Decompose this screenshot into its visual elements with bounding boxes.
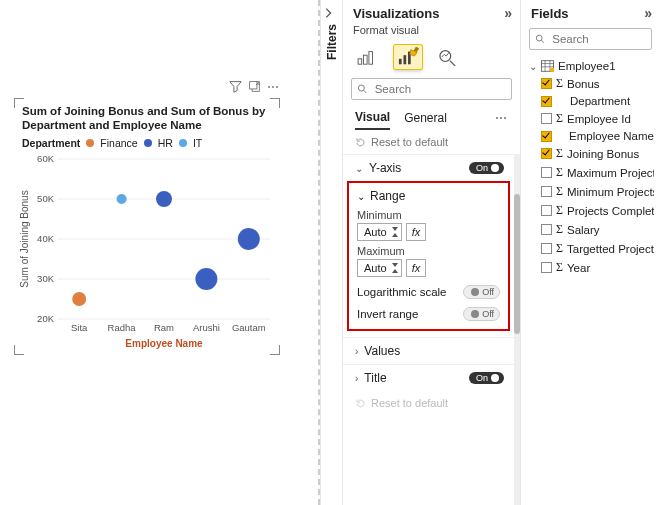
fields-search[interactable]: [529, 28, 652, 50]
format-search[interactable]: [351, 78, 512, 100]
section-y-axis[interactable]: ⌄Y-axis On: [343, 154, 514, 181]
maximum-fx-button[interactable]: fx: [406, 259, 427, 277]
title-toggle[interactable]: On: [469, 372, 504, 384]
field-item[interactable]: ΣEmployee Id: [527, 109, 654, 128]
field-label: Department: [570, 95, 630, 107]
svg-point-17: [117, 194, 127, 204]
field-checkbox[interactable]: [541, 205, 552, 216]
fields-search-input[interactable]: [550, 32, 646, 46]
section-values[interactable]: ›Values: [343, 337, 514, 364]
sigma-icon: Σ: [556, 76, 563, 91]
fields-panel-title: Fields: [531, 6, 569, 21]
svg-point-32: [536, 35, 542, 41]
search-icon: [357, 83, 368, 95]
field-item[interactable]: ΣMinimum Projects: [527, 182, 654, 201]
resize-handle-tl[interactable]: [14, 98, 24, 108]
collapse-icon[interactable]: »: [644, 5, 652, 21]
field-checkbox[interactable]: [541, 243, 552, 254]
svg-text:20K: 20K: [37, 313, 55, 324]
field-label: Targetted Projects: [567, 243, 654, 255]
minimum-fx-button[interactable]: fx: [406, 223, 427, 241]
sigma-icon: Σ: [556, 184, 563, 199]
sigma-icon: Σ: [556, 165, 563, 180]
field-checkbox[interactable]: [541, 148, 552, 159]
field-label: Salary: [567, 224, 600, 236]
field-checkbox[interactable]: [541, 78, 552, 89]
field-item[interactable]: ΣMaximum Projects: [527, 163, 654, 182]
section-title[interactable]: ›Title On: [343, 364, 514, 391]
field-checkbox[interactable]: [541, 224, 552, 235]
log-scale-toggle[interactable]: Off: [463, 285, 500, 299]
field-checkbox[interactable]: [541, 262, 552, 273]
chart-plot-area: 20K30K40K50K60KSitaRadhaRamArushiGautamS…: [16, 153, 278, 353]
field-item[interactable]: Department: [527, 93, 654, 109]
svg-text:Radha: Radha: [108, 322, 137, 333]
chart-visual[interactable]: ⋯ Sum of Joining Bonus and Sum of Bonus …: [16, 100, 278, 353]
fields-panel: Fields » ⌄ Employee1 ΣBonusDepartmentΣEm…: [520, 0, 660, 505]
chart-legend: Department Finance HR IT: [16, 135, 278, 153]
field-item[interactable]: ΣTargetted Projects: [527, 239, 654, 258]
field-item[interactable]: ΣSalary: [527, 220, 654, 239]
svg-rect-27: [403, 55, 406, 64]
more-options-icon[interactable]: ⋯: [267, 80, 280, 94]
filters-pane-collapsed[interactable]: Filters: [320, 0, 342, 505]
y-axis-toggle[interactable]: On: [469, 162, 504, 174]
tab-more-icon[interactable]: ⋯: [495, 111, 508, 125]
svg-point-20: [238, 228, 260, 250]
sigma-icon: Σ: [556, 203, 563, 218]
viz-panel-title: Visualizations: [353, 6, 439, 21]
viz-panel-subtitle: Format visual: [343, 24, 520, 40]
report-canvas[interactable]: ⋯ Sum of Joining Bonus and Sum of Bonus …: [0, 0, 320, 505]
svg-rect-0: [250, 82, 257, 89]
field-checkbox[interactable]: [541, 113, 552, 124]
invert-range-toggle[interactable]: Off: [463, 307, 500, 321]
search-icon: [535, 33, 545, 45]
chart-title: Sum of Joining Bonus and Sum of Bonus by…: [16, 100, 278, 135]
field-item[interactable]: ΣBonus: [527, 74, 654, 93]
field-label: Year: [567, 262, 590, 274]
focus-mode-icon[interactable]: [248, 80, 261, 94]
maximum-input[interactable]: Auto: [357, 259, 402, 277]
tab-general[interactable]: General: [404, 107, 447, 129]
svg-text:50K: 50K: [37, 193, 55, 204]
field-checkbox[interactable]: [541, 96, 552, 107]
filter-icon[interactable]: [229, 80, 242, 94]
svg-point-34: [550, 68, 554, 72]
svg-text:Arushi: Arushi: [193, 322, 220, 333]
sigma-icon: Σ: [556, 111, 563, 126]
svg-text:Sum of Joining Bonus: Sum of Joining Bonus: [19, 190, 30, 287]
analytics-tab[interactable]: [433, 44, 463, 70]
field-checkbox[interactable]: [541, 131, 552, 142]
viz-scrollbar[interactable]: [514, 154, 520, 505]
field-checkbox[interactable]: [541, 186, 552, 197]
format-search-input[interactable]: [373, 82, 506, 96]
field-item[interactable]: ΣProjects Complet...: [527, 201, 654, 220]
reset-to-default-bottom: Reset to default: [343, 391, 514, 415]
svg-text:60K: 60K: [37, 153, 55, 164]
field-item[interactable]: ΣJoining Bonus: [527, 144, 654, 163]
section-range[interactable]: ⌄Range: [357, 189, 500, 203]
svg-rect-25: [369, 52, 373, 65]
field-label: Bonus: [567, 78, 600, 90]
svg-point-31: [358, 85, 364, 91]
field-item[interactable]: ΣYear: [527, 258, 654, 277]
tab-visual[interactable]: Visual: [355, 106, 390, 130]
field-item[interactable]: Employee Name: [527, 128, 654, 144]
svg-text:40K: 40K: [37, 233, 55, 244]
invert-range-label: Invert range: [357, 308, 418, 320]
collapse-icon[interactable]: »: [504, 5, 512, 21]
build-visual-tab[interactable]: [353, 44, 383, 70]
table-node[interactable]: ⌄ Employee1: [527, 58, 654, 74]
resize-handle-tr[interactable]: [270, 98, 280, 108]
reset-to-default-top[interactable]: Reset to default: [343, 130, 520, 154]
format-visual-tab[interactable]: [393, 44, 423, 70]
legend-swatch-it: [179, 139, 187, 147]
reset-icon: [355, 398, 366, 409]
svg-text:Sita: Sita: [71, 322, 88, 333]
svg-rect-26: [399, 59, 402, 64]
chevron-right-icon: [321, 6, 335, 20]
minimum-input[interactable]: Auto: [357, 223, 402, 241]
field-checkbox[interactable]: [541, 167, 552, 178]
field-label: Joining Bonus: [567, 148, 639, 160]
sigma-icon: Σ: [556, 260, 563, 275]
